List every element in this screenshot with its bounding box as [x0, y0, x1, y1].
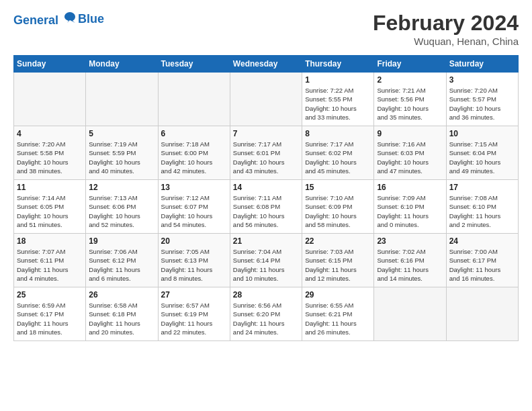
day-number: 25: [17, 290, 83, 300]
calendar-cell: [14, 73, 86, 126]
logo-bird-icon: [63, 11, 77, 24]
day-info: Sunrise: 7:11 AMSunset: 6:08 PMDaylight:…: [233, 193, 299, 229]
col-header-monday: Monday: [86, 56, 158, 73]
calendar-cell: 4Sunrise: 7:20 AMSunset: 5:58 PMDaylight…: [14, 126, 86, 180]
calendar-cell: [86, 73, 158, 126]
calendar-cell: 17Sunrise: 7:08 AMSunset: 6:10 PMDayligh…: [446, 180, 518, 234]
calendar-table: SundayMondayTuesdayWednesdayThursdayFrid…: [13, 55, 519, 341]
day-info: Sunrise: 7:02 AMSunset: 6:16 PMDaylight:…: [377, 247, 443, 283]
day-info: Sunrise: 6:58 AMSunset: 6:18 PMDaylight:…: [89, 301, 154, 336]
day-info: Sunrise: 7:16 AMSunset: 6:03 PMDaylight:…: [377, 140, 443, 175]
col-header-friday: Friday: [374, 56, 446, 73]
calendar-cell: 15Sunrise: 7:10 AMSunset: 6:09 PMDayligh…: [302, 180, 374, 234]
day-number: 2: [377, 75, 443, 85]
calendar-cell: 23Sunrise: 7:02 AMSunset: 6:16 PMDayligh…: [374, 234, 446, 287]
calendar-cell: 28Sunrise: 6:56 AMSunset: 6:20 PMDayligh…: [230, 287, 302, 341]
calendar-cell: 2Sunrise: 7:21 AMSunset: 5:56 PMDaylight…: [374, 73, 446, 126]
day-number: 8: [305, 129, 371, 138]
col-header-wednesday: Wednesday: [230, 56, 302, 73]
day-number: 26: [89, 290, 154, 300]
day-info: Sunrise: 7:14 AMSunset: 6:05 PMDaylight:…: [17, 193, 83, 229]
calendar-cell: 14Sunrise: 7:11 AMSunset: 6:08 PMDayligh…: [230, 180, 302, 234]
day-info: Sunrise: 7:17 AMSunset: 6:02 PMDaylight:…: [305, 140, 371, 175]
day-number: 22: [305, 236, 371, 246]
day-info: Sunrise: 7:20 AMSunset: 5:58 PMDaylight:…: [17, 140, 83, 175]
calendar-cell: 24Sunrise: 7:00 AMSunset: 6:17 PMDayligh…: [446, 234, 518, 287]
calendar-cell: 1Sunrise: 7:22 AMSunset: 5:55 PMDaylight…: [302, 73, 374, 126]
day-info: Sunrise: 7:12 AMSunset: 6:07 PMDaylight:…: [161, 193, 227, 229]
calendar-cell: [158, 73, 230, 126]
day-number: 1: [305, 75, 371, 85]
day-info: Sunrise: 7:07 AMSunset: 6:11 PMDaylight:…: [17, 247, 83, 283]
day-info: Sunrise: 7:20 AMSunset: 5:57 PMDaylight:…: [449, 86, 515, 122]
logo: General Blue: [13, 11, 104, 28]
calendar-cell: 21Sunrise: 7:04 AMSunset: 6:14 PMDayligh…: [230, 234, 302, 287]
day-number: 29: [305, 290, 371, 300]
calendar-cell: 10Sunrise: 7:15 AMSunset: 6:04 PMDayligh…: [446, 126, 518, 180]
calendar-cell: [446, 287, 518, 341]
calendar-cell: 20Sunrise: 7:05 AMSunset: 6:13 PMDayligh…: [158, 234, 230, 287]
day-number: 18: [17, 236, 83, 246]
week-row-3: 11Sunrise: 7:14 AMSunset: 6:05 PMDayligh…: [14, 180, 519, 234]
calendar-cell: 25Sunrise: 6:59 AMSunset: 6:17 PMDayligh…: [14, 287, 86, 341]
day-info: Sunrise: 7:03 AMSunset: 6:15 PMDaylight:…: [305, 247, 371, 283]
day-number: 5: [89, 129, 154, 138]
day-info: Sunrise: 6:59 AMSunset: 6:17 PMDaylight:…: [17, 301, 83, 336]
calendar-cell: 26Sunrise: 6:58 AMSunset: 6:18 PMDayligh…: [86, 287, 158, 341]
day-number: 10: [449, 129, 515, 138]
main-title: February 2024: [373, 11, 519, 36]
col-header-saturday: Saturday: [446, 56, 518, 73]
title-block: February 2024 Wuquan, Henan, China: [373, 11, 519, 47]
subtitle: Wuquan, Henan, China: [373, 36, 519, 47]
calendar-cell: 8Sunrise: 7:17 AMSunset: 6:02 PMDaylight…: [302, 126, 374, 180]
calendar-cell: [374, 287, 446, 341]
day-number: 27: [161, 290, 227, 300]
calendar-cell: 7Sunrise: 7:17 AMSunset: 6:01 PMDaylight…: [230, 126, 302, 180]
day-info: Sunrise: 7:15 AMSunset: 6:04 PMDaylight:…: [449, 140, 515, 175]
day-info: Sunrise: 7:05 AMSunset: 6:13 PMDaylight:…: [161, 247, 227, 283]
day-number: 3: [449, 75, 515, 85]
col-header-sunday: Sunday: [14, 56, 86, 73]
calendar-cell: 9Sunrise: 7:16 AMSunset: 6:03 PMDaylight…: [374, 126, 446, 180]
day-info: Sunrise: 6:56 AMSunset: 6:20 PMDaylight:…: [233, 301, 299, 336]
day-info: Sunrise: 6:55 AMSunset: 6:21 PMDaylight:…: [305, 301, 371, 336]
week-row-2: 4Sunrise: 7:20 AMSunset: 5:58 PMDaylight…: [14, 126, 519, 180]
day-number: 7: [233, 129, 299, 138]
day-number: 21: [233, 236, 299, 246]
calendar-cell: 13Sunrise: 7:12 AMSunset: 6:07 PMDayligh…: [158, 180, 230, 234]
logo-line1: General: [13, 13, 58, 27]
logo-line2: Blue: [78, 13, 104, 26]
calendar-cell: 29Sunrise: 6:55 AMSunset: 6:21 PMDayligh…: [302, 287, 374, 341]
day-info: Sunrise: 7:21 AMSunset: 5:56 PMDaylight:…: [377, 86, 443, 122]
day-info: Sunrise: 7:18 AMSunset: 6:00 PMDaylight:…: [161, 140, 227, 175]
day-number: 6: [161, 129, 227, 138]
day-number: 12: [89, 183, 154, 192]
day-info: Sunrise: 7:22 AMSunset: 5:55 PMDaylight:…: [305, 86, 371, 122]
calendar-cell: 16Sunrise: 7:09 AMSunset: 6:10 PMDayligh…: [374, 180, 446, 234]
day-number: 15: [305, 183, 371, 192]
calendar-cell: 3Sunrise: 7:20 AMSunset: 5:57 PMDaylight…: [446, 73, 518, 126]
day-info: Sunrise: 7:04 AMSunset: 6:14 PMDaylight:…: [233, 247, 299, 283]
day-info: Sunrise: 7:00 AMSunset: 6:17 PMDaylight:…: [449, 247, 515, 283]
day-number: 19: [89, 236, 154, 246]
week-row-5: 25Sunrise: 6:59 AMSunset: 6:17 PMDayligh…: [14, 287, 519, 341]
day-number: 16: [377, 183, 443, 192]
day-info: Sunrise: 7:10 AMSunset: 6:09 PMDaylight:…: [305, 193, 371, 229]
day-info: Sunrise: 7:13 AMSunset: 6:06 PMDaylight:…: [89, 193, 154, 229]
calendar-cell: 12Sunrise: 7:13 AMSunset: 6:06 PMDayligh…: [86, 180, 158, 234]
day-number: 11: [17, 183, 83, 192]
day-number: 20: [161, 236, 227, 246]
day-info: Sunrise: 7:08 AMSunset: 6:10 PMDaylight:…: [449, 193, 515, 229]
day-number: 23: [377, 236, 443, 246]
calendar-cell: 19Sunrise: 7:06 AMSunset: 6:12 PMDayligh…: [86, 234, 158, 287]
calendar-cell: [230, 73, 302, 126]
day-info: Sunrise: 6:57 AMSunset: 6:19 PMDaylight:…: [161, 301, 227, 336]
day-number: 28: [233, 290, 299, 300]
day-info: Sunrise: 7:09 AMSunset: 6:10 PMDaylight:…: [377, 193, 443, 229]
col-header-tuesday: Tuesday: [158, 56, 230, 73]
col-header-thursday: Thursday: [302, 56, 374, 73]
day-number: 24: [449, 236, 515, 246]
day-number: 9: [377, 129, 443, 138]
calendar-cell: 27Sunrise: 6:57 AMSunset: 6:19 PMDayligh…: [158, 287, 230, 341]
day-info: Sunrise: 7:06 AMSunset: 6:12 PMDaylight:…: [89, 247, 154, 283]
